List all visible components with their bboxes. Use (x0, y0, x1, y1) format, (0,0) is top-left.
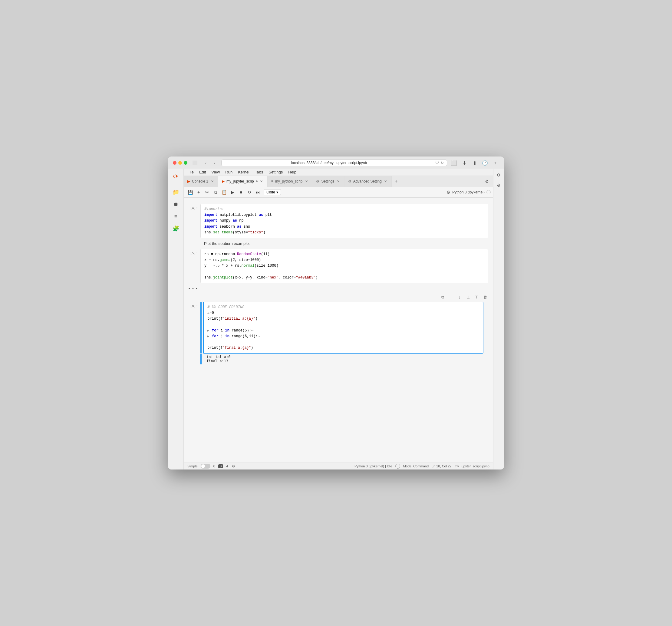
text-icon: ≡ (271, 179, 273, 184)
cell-2-container: Plot the seaborn example: (184, 239, 493, 248)
tab-console[interactable]: ▶ Console 1 ✕ (184, 176, 218, 187)
cell-2-wrapper: Plot the seaborn example: (184, 239, 493, 248)
right-sidebar-settings-icon[interactable]: ⚙ (495, 171, 503, 179)
copy-cell-button[interactable]: ⧉ (439, 294, 446, 300)
position-status: Ln 18, Col 22 (432, 464, 451, 468)
upload-icon[interactable]: ⬆ (471, 160, 479, 166)
cut-button[interactable]: ✂ (203, 188, 211, 196)
settings-gear-icon[interactable]: ⚙ (483, 177, 491, 185)
code-line: x = rs.gamma(2, size=1000) (204, 257, 484, 263)
paste-button[interactable]: 📋 (220, 188, 228, 196)
menu-run[interactable]: Run (225, 170, 233, 174)
share-icon[interactable]: ⬜ (450, 160, 458, 166)
address-bar[interactable]: localhost:8888/lab/tree/my_jupyter_scrip… (221, 160, 447, 166)
code-line: print(f"final a:{a}") (207, 345, 479, 351)
delete-cell-button[interactable]: 🗑 (482, 294, 488, 300)
status-settings-icon[interactable]: ⚙ (231, 464, 236, 468)
address-text: localhost:8888/lab/tree/my_jupyter_scrip… (224, 161, 433, 165)
download-icon[interactable]: ⬇ (460, 160, 468, 166)
tab-jupyter-label: my_jupyter_scrip (226, 179, 254, 184)
move-up-button[interactable]: ↑ (448, 294, 454, 300)
simple-mode-toggle[interactable] (201, 464, 210, 468)
code-line: #imports: (204, 207, 484, 212)
menu-view[interactable]: View (211, 170, 220, 174)
output-line-1: initial a:0 (207, 355, 480, 359)
code-line: sns.set_theme(style="ticks") (204, 230, 484, 236)
cell-4-output: initial a:0 final a:17 (203, 354, 483, 364)
tab-python-script[interactable]: ≡ my_python_scrip ✕ (268, 176, 313, 187)
menu-edit[interactable]: Edit (199, 170, 206, 174)
sidebar-item-extensions[interactable]: 🧩 (170, 223, 181, 234)
sidebar-toggle-icon[interactable]: ⬜ (190, 160, 199, 166)
maximize-button[interactable] (184, 161, 187, 165)
move-down-button[interactable]: ↓ (456, 294, 463, 300)
sidebar-item-files[interactable]: 📁 (170, 187, 181, 198)
cell-1-code[interactable]: #imports: import matplotlib.pyplot as pl… (200, 204, 488, 238)
cell-4-content: # %% CODE FOLDING a=0 print(f"initial a:… (203, 302, 483, 354)
tab-settings-close[interactable]: ✕ (336, 179, 340, 184)
save-button[interactable]: 💾 (186, 188, 194, 196)
tabs-right-controls: ⚙ (483, 177, 493, 185)
new-tab-icon[interactable]: ＋ (491, 160, 499, 166)
add-cell-button[interactable]: + (195, 188, 202, 196)
tab-advanced-settings[interactable]: ⚙ Advanced Setting ✕ (344, 176, 392, 187)
code-line: import matplotlib.pyplot as plt (204, 212, 484, 218)
cell-4-number: [8]: (184, 302, 200, 354)
cell-type-select[interactable]: Code ▾ (264, 189, 281, 195)
back-button[interactable]: ‹ (202, 160, 210, 166)
menu-help[interactable]: Help (288, 170, 296, 174)
cell-4-output-text: initial a:0 final a:17 (203, 354, 483, 364)
browser-toolbar-icons: ⬜ ⬇ ⬆ 🕐 ＋ (450, 160, 499, 166)
minimize-button[interactable] (178, 161, 182, 165)
kernel-circle-status (395, 464, 400, 468)
split-cell-button[interactable]: ⊥ (465, 294, 471, 300)
tab-advanced-close[interactable]: ✕ (384, 179, 388, 184)
active-cell-indicator (200, 302, 201, 354)
toolbar-right: ⚙ Python 3 (ipykernel) (447, 190, 491, 195)
cell-1-container: [4]: #imports: import matplotlib.pyplot … (184, 204, 493, 238)
run-button[interactable]: ▶ (229, 188, 236, 196)
tab-jupyter-close[interactable]: ✕ (259, 179, 264, 184)
history-icon[interactable]: 🕐 (481, 160, 489, 166)
cell-3-wrapper: [5]: rs = np.random.RandomState(11) x = … (184, 249, 493, 283)
cell-4-wrapper: [8]: # %% CODE FOLDING a=0 print(f"initi… (184, 302, 493, 354)
unsaved-indicator (256, 180, 258, 182)
new-tab-button[interactable]: + (392, 176, 401, 187)
merge-cell-button[interactable]: ⊤ (473, 294, 480, 300)
cell-1-content: #imports: import matplotlib.pyplot as pl… (200, 204, 488, 238)
cell-4-output-wrapper: initial a:0 final a:17 (184, 354, 493, 364)
advanced-settings-icon: ⚙ (348, 179, 352, 184)
stop-button[interactable]: ■ (237, 188, 245, 196)
forward-button[interactable]: › (210, 160, 218, 166)
output-line-2: final a:17 (207, 359, 480, 363)
close-button[interactable] (173, 161, 176, 165)
cell-3-code[interactable]: rs = np.random.RandomState(11) x = rs.ga… (200, 249, 488, 283)
copy-button[interactable]: ⧉ (212, 188, 219, 196)
menu-settings[interactable]: Settings (268, 170, 283, 174)
tab-python-label: my_python_scrip (275, 179, 303, 184)
menu-kernel[interactable]: Kernel (238, 170, 249, 174)
traffic-lights (173, 161, 187, 165)
tab-jupyter-script[interactable]: ▶ my_jupyter_scrip ✕ (218, 176, 268, 187)
shield-icon: 🛡 (435, 161, 439, 165)
cell-4-code[interactable]: # %% CODE FOLDING a=0 print(f"initial a:… (203, 302, 483, 354)
tab-console-close[interactable]: ✕ (210, 179, 214, 184)
run-all-button[interactable]: ⏭ (254, 188, 262, 196)
sidebar-item-toc[interactable]: ≡ (170, 211, 181, 222)
reload-icon[interactable]: ↻ (441, 161, 444, 165)
menu-tabs[interactable]: Tabs (255, 170, 263, 174)
sidebar-item-running[interactable]: ⏺ (170, 199, 181, 210)
cell-3-number: [5]: (184, 249, 200, 283)
cell-1-wrapper: [4]: #imports: import matplotlib.pyplot … (184, 204, 493, 238)
cell-type-chevron: ▾ (277, 190, 278, 194)
cell-2-markdown[interactable]: Plot the seaborn example: (200, 239, 488, 248)
cell-3-container: [5]: rs = np.random.RandomState(11) x = … (184, 249, 493, 283)
tab-settings[interactable]: ⚙ Settings ✕ (312, 176, 344, 187)
menu-file[interactable]: File (187, 170, 194, 174)
restart-button[interactable]: ↻ (245, 188, 254, 196)
notebook-toolbar: 💾 + ✂ ⧉ 📋 ▶ ■ ↻ ⏭ Code ▾ ⚙ Python 3 (ipy… (184, 187, 493, 198)
sidebar-item-jupyter-logo: ⟳ (170, 171, 181, 182)
kernel-settings-icon[interactable]: ⚙ (447, 190, 450, 195)
tab-python-close[interactable]: ✕ (304, 179, 309, 184)
right-sidebar-gear2-icon[interactable]: ⚙ (495, 181, 503, 189)
